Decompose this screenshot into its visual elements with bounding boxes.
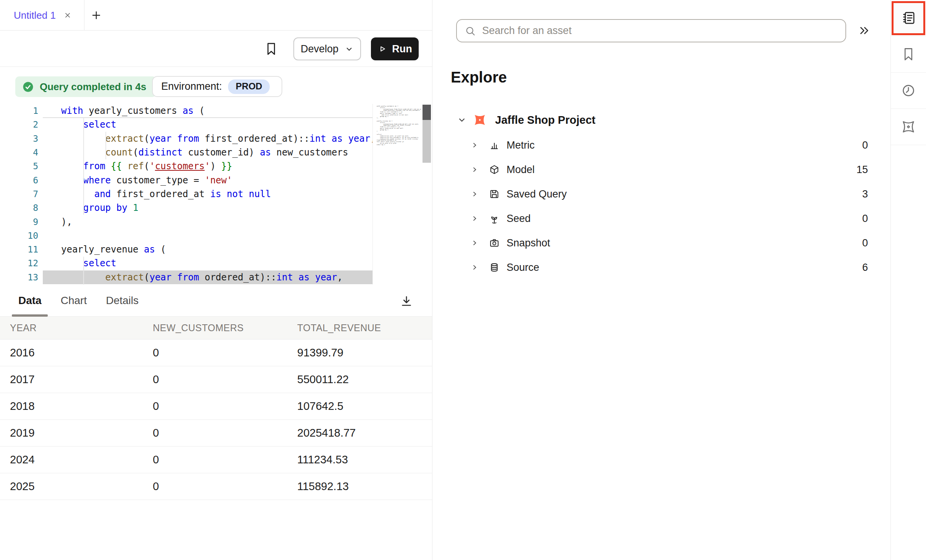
cell-new-customers: 0 (143, 480, 287, 493)
results-table-header: YEAR NEW_CUSTOMERS TOTAL_REVENUE (0, 317, 432, 340)
line-number: 7 (0, 189, 38, 199)
chevron-right-icon[interactable] (471, 239, 480, 247)
code-token: ' (149, 161, 155, 172)
code-token: group by (83, 202, 128, 213)
chevron-right-icon[interactable] (471, 141, 480, 149)
code-line-row: 7 and first_ordered_at is not null (0, 187, 432, 201)
cell-year: 2017 (0, 373, 143, 386)
line-number: 12 (0, 258, 38, 268)
code-line-row: 8 group by 1 (0, 201, 432, 215)
line-number: 9 (0, 217, 38, 227)
search-input[interactable] (456, 19, 846, 42)
rail-item-catalog[interactable] (891, 0, 926, 36)
code-token: yearly_customers (83, 105, 183, 116)
table-row[interactable]: 2016 0 91399.79 (0, 340, 432, 366)
scrollbar-thumb[interactable] (423, 105, 431, 120)
code-token: from (177, 272, 199, 283)
editor-scrollbar[interactable] (423, 104, 431, 285)
cell-year: 2024 (0, 453, 143, 466)
results-table-body: 2016 0 91399.79 2017 0 550011.22 2018 0 … (0, 340, 432, 500)
table-row[interactable]: 2025 0 115892.13 (0, 473, 432, 500)
code-token (243, 189, 249, 199)
rail-item-history[interactable] (891, 73, 926, 109)
code-token (221, 189, 227, 199)
code-token: ( (194, 105, 205, 116)
code-token: , (337, 272, 343, 283)
code-line-row: 9 ), (0, 215, 432, 228)
scrollbar-track[interactable] (423, 120, 431, 163)
tree-item-count: 6 (862, 262, 868, 274)
cell-total-revenue: 550011.22 (287, 373, 432, 386)
code-token: ) (210, 161, 221, 172)
collapse-panel-icon[interactable] (854, 21, 874, 40)
table-row[interactable]: 2019 0 2025418.77 (0, 420, 432, 447)
code-token (61, 119, 83, 130)
table-row[interactable]: 2024 0 111234.53 (0, 447, 432, 473)
tree-item-snapshot[interactable]: Snapshot 0 (471, 231, 868, 255)
table-row[interactable]: 2017 0 550011.22 (0, 366, 432, 393)
clock-icon (901, 83, 916, 98)
tree-item-project[interactable]: Jaffle Shop Project (457, 111, 596, 129)
tree-item-source[interactable]: Source 6 (471, 255, 868, 280)
tree-item-label: Metric (507, 139, 535, 151)
code-token: ( (144, 133, 149, 144)
tree-item-metric[interactable]: Metric 0 (471, 133, 868, 157)
tab-untitled-1[interactable]: Untitled 1 (0, 0, 84, 31)
cell-year: 2016 (0, 346, 143, 359)
new-tab-button[interactable] (89, 8, 104, 23)
cell-new-customers: 0 (143, 453, 287, 466)
cell-total-revenue: 91399.79 (287, 346, 432, 359)
chevron-right-icon[interactable] (471, 166, 480, 173)
code-token: ' (205, 161, 210, 172)
indent-guide (105, 132, 106, 159)
tab-details[interactable]: Details (106, 295, 139, 307)
cell-new-customers: 0 (143, 427, 287, 439)
tree-item-label: Seed (507, 213, 531, 225)
explore-heading: Explore (451, 69, 507, 86)
tree-item-model[interactable]: Model 15 (471, 157, 868, 182)
tree-item-label: Saved Query (507, 188, 567, 200)
rail-item-dbt[interactable] (891, 109, 926, 145)
model-icon (489, 164, 500, 175)
code-token (172, 272, 177, 283)
tab-title: Untitled 1 (14, 10, 56, 21)
dbt-logo-icon (472, 112, 487, 128)
tree-item-saved-query[interactable]: Saved Query 3 (471, 182, 868, 206)
explore-tree: Metric 0 Model 15 Saved Query 3 Seed 0 S… (471, 133, 868, 280)
chevron-right-icon[interactable] (471, 264, 480, 271)
rail-item-bookmarks[interactable] (891, 36, 926, 73)
tree-item-count: 3 (862, 188, 868, 200)
code-token: as (298, 272, 309, 283)
editor-minimap[interactable]: with yearly_customers as ( select extrac… (372, 104, 421, 285)
table-row[interactable]: 2018 0 107642.5 (0, 393, 432, 420)
chevron-down-icon[interactable] (457, 115, 467, 125)
code-token: first_ordered_at):: (199, 133, 309, 144)
code-token: select (83, 119, 117, 130)
line-number: 1 (0, 106, 38, 116)
column-header-total-revenue: TOTAL_REVENUE (287, 322, 432, 333)
snapshot-icon (489, 238, 500, 248)
close-tab-icon[interactable] (63, 11, 72, 19)
chevron-right-icon[interactable] (471, 215, 480, 222)
cell-total-revenue: 2025418.77 (287, 427, 432, 439)
code-token: select (83, 258, 117, 269)
minimap-content: with yearly_customers as ( select extrac… (377, 105, 421, 146)
code-token: where (83, 175, 111, 186)
code-token: and (94, 189, 111, 199)
code-token (293, 272, 298, 283)
code-token: {{ (111, 161, 122, 172)
develop-dropdown[interactable]: Develop (293, 37, 361, 60)
chevron-right-icon[interactable] (471, 190, 480, 198)
sql-editor[interactable]: 1 with yearly_customers as ( 2 select 3 … (0, 104, 432, 285)
tree-item-seed[interactable]: Seed 0 (471, 206, 868, 231)
indent-guide (83, 118, 84, 215)
bookmark-icon[interactable] (263, 39, 280, 58)
download-icon[interactable] (398, 293, 415, 309)
code-token: ( (144, 161, 149, 172)
code-token (343, 133, 348, 144)
environment-selector[interactable]: Environment: PROD (152, 76, 282, 97)
run-button[interactable]: Run (371, 37, 419, 60)
tree-item-label: Source (507, 262, 539, 274)
tab-chart[interactable]: Chart (61, 295, 87, 307)
tab-data[interactable]: Data (18, 295, 42, 307)
